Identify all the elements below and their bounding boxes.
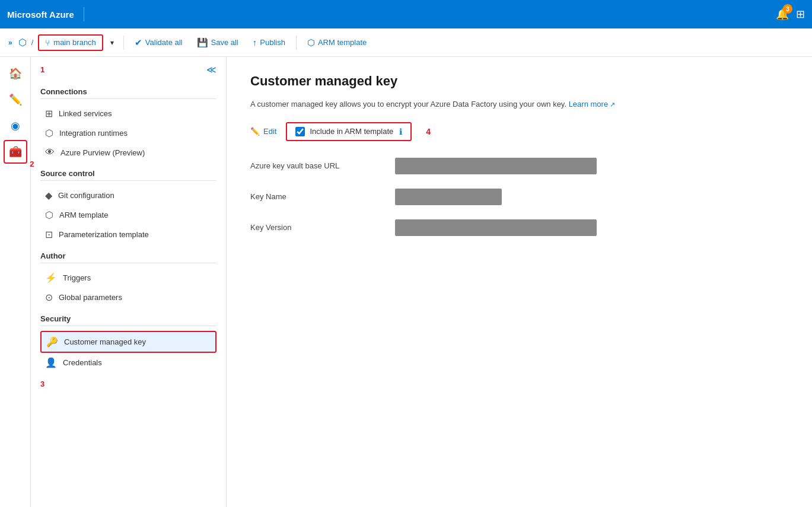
settings-grid-icon[interactable]: ⊞ bbox=[796, 8, 805, 21]
customer-managed-key-label: Customer managed key bbox=[64, 337, 146, 346]
edit-row: ✏️ Edit Include in ARM template ℹ 4 bbox=[250, 122, 788, 141]
edit-pencil-icon: ✏️ bbox=[250, 127, 260, 136]
customer-managed-key-item[interactable]: 🔑 Customer managed key bbox=[40, 331, 216, 353]
git-configuration-item[interactable]: ◆ Git configuration bbox=[40, 186, 216, 205]
connections-title: Connections bbox=[40, 87, 216, 96]
key-name-value bbox=[395, 189, 502, 205]
left-panel-number-1: 1 bbox=[40, 65, 44, 74]
nav-bar: » ⬡ / ⑂ main branch ▾ ✔ Validate all 💾 S… bbox=[0, 28, 812, 57]
app-title: Microsoft Azure bbox=[7, 9, 74, 20]
parameterization-item[interactable]: ⊡ Parameterization template bbox=[40, 225, 216, 244]
linked-services-label: Linked services bbox=[59, 109, 112, 118]
edit-label: Edit bbox=[263, 127, 276, 136]
left-panel: 1 ≪ Connections ⊞ Linked services ⬡ Inte… bbox=[31, 57, 227, 507]
breadcrumb-icon: ⬡ bbox=[18, 37, 27, 48]
author-divider bbox=[40, 263, 216, 263]
breadcrumb-separator: / bbox=[31, 38, 34, 47]
credentials-item[interactable]: 👤 Credentials bbox=[40, 353, 216, 372]
purview-icon: 👁 bbox=[45, 147, 55, 158]
left-panel-header: 1 ≪ bbox=[31, 57, 226, 82]
branch-icon: ⑂ bbox=[45, 38, 50, 47]
branch-selector[interactable]: ⑂ main branch bbox=[38, 34, 103, 51]
integration-runtimes-label: Integration runtimes bbox=[59, 129, 128, 138]
key-version-field: Key Version bbox=[250, 219, 788, 236]
triggers-label: Triggers bbox=[63, 273, 91, 282]
top-bar-actions: 🔔 3 ⊞ bbox=[776, 8, 805, 21]
git-icon: ◆ bbox=[45, 190, 52, 201]
expand-nav-button[interactable]: » bbox=[5, 36, 16, 49]
save-all-button[interactable]: 💾 Save all bbox=[191, 35, 244, 50]
parameterization-icon: ⊡ bbox=[45, 229, 53, 240]
linked-services-icon: ⊞ bbox=[45, 108, 53, 119]
key-version-value bbox=[395, 219, 597, 236]
save-icon: 💾 bbox=[197, 37, 208, 48]
annotation-label-4: 4 bbox=[426, 127, 431, 136]
nav-sep-2 bbox=[296, 36, 297, 50]
page-description: A customer managed key allows you to enc… bbox=[250, 98, 788, 110]
source-control-divider bbox=[40, 180, 216, 181]
page-title: Customer managed key bbox=[250, 74, 788, 89]
manage-icon: 🧰 bbox=[9, 145, 22, 158]
notification-icon[interactable]: 🔔 3 bbox=[776, 8, 789, 21]
sidebar-monitor-button[interactable]: ◉ bbox=[4, 114, 27, 138]
branch-dropdown-button[interactable]: ▾ bbox=[106, 36, 119, 49]
validate-all-button[interactable]: ✔ Validate all bbox=[129, 35, 189, 50]
arm-icon: ⬡ bbox=[307, 37, 315, 48]
arm-template-icon: ⬡ bbox=[45, 209, 53, 221]
parameterization-label: Parameterization template bbox=[59, 230, 149, 239]
linked-services-item[interactable]: ⊞ Linked services bbox=[40, 104, 216, 123]
source-control-title: Source control bbox=[40, 169, 216, 178]
edit-button[interactable]: ✏️ Edit bbox=[250, 127, 276, 136]
author-title: Author bbox=[40, 251, 216, 260]
save-all-label: Save all bbox=[211, 38, 238, 47]
global-params-icon: ⊙ bbox=[45, 292, 53, 303]
key-name-label: Key Name bbox=[250, 192, 381, 201]
purview-label: Azure Purview (Preview) bbox=[60, 148, 145, 157]
key-version-label: Key Version bbox=[250, 223, 381, 232]
triggers-item[interactable]: ⚡ Triggers bbox=[40, 268, 216, 288]
integration-runtimes-item[interactable]: ⬡ Integration runtimes bbox=[40, 123, 216, 143]
description-text: A customer managed key allows you to enc… bbox=[250, 100, 566, 109]
publish-button[interactable]: ↑ Publish bbox=[247, 35, 291, 50]
sidebar-home-button[interactable]: 🏠 bbox=[4, 62, 27, 85]
notification-badge: 3 bbox=[783, 4, 792, 14]
arm-template-checkbox-label: Include in ARM template bbox=[310, 127, 393, 136]
key-name-field: Key Name bbox=[250, 189, 788, 205]
key-vault-url-field: Azure key vault base URL bbox=[250, 158, 788, 174]
arm-template-checkbox[interactable] bbox=[295, 127, 305, 136]
main-content-area: Customer managed key A customer managed … bbox=[227, 57, 812, 507]
sidebar-manage-button[interactable]: 🧰 2 bbox=[4, 140, 27, 164]
purview-item[interactable]: 👁 Azure Purview (Preview) bbox=[40, 143, 216, 162]
credentials-icon: 👤 bbox=[45, 357, 57, 368]
validate-all-label: Validate all bbox=[145, 38, 183, 47]
customer-key-icon: 🔑 bbox=[46, 336, 58, 347]
triggers-icon: ⚡ bbox=[45, 272, 57, 283]
credentials-label: Credentials bbox=[63, 358, 102, 367]
publish-icon: ↑ bbox=[253, 37, 257, 47]
validate-icon: ✔ bbox=[135, 37, 142, 48]
sidebar-edit-button[interactable]: ✏️ bbox=[4, 88, 27, 111]
publish-label: Publish bbox=[260, 38, 285, 47]
git-configuration-label: Git configuration bbox=[58, 191, 114, 200]
connections-section: Connections ⊞ Linked services ⬡ Integrat… bbox=[31, 82, 226, 164]
arm-template-sidebar-label: ARM template bbox=[59, 211, 108, 219]
icon-sidebar: 🏠 ✏️ ◉ 🧰 2 bbox=[0, 57, 31, 507]
global-parameters-item[interactable]: ⊙ Global parameters bbox=[40, 288, 216, 307]
branch-name: main branch bbox=[53, 38, 96, 47]
security-divider bbox=[40, 326, 216, 326]
top-bar-divider bbox=[84, 7, 84, 21]
arm-template-button[interactable]: ⬡ ARM template bbox=[301, 35, 372, 50]
learn-more-link[interactable]: Learn more bbox=[569, 100, 616, 109]
security-section: Security 🔑 Customer managed key 👤 Creden… bbox=[31, 310, 226, 375]
source-control-section: Source control ◆ Git configuration ⬡ ARM… bbox=[31, 164, 226, 247]
collapse-panel-button[interactable]: ≪ bbox=[206, 64, 216, 75]
arm-template-label: ARM template bbox=[318, 38, 367, 47]
global-parameters-label: Global parameters bbox=[59, 293, 122, 302]
arm-template-item[interactable]: ⬡ ARM template bbox=[40, 205, 216, 225]
key-vault-url-value bbox=[395, 158, 597, 174]
arm-info-icon[interactable]: ℹ bbox=[399, 127, 402, 136]
annotation-label-3: 3 bbox=[31, 375, 226, 393]
integration-runtimes-icon: ⬡ bbox=[45, 127, 53, 139]
sidebar-number-2: 2 bbox=[30, 160, 34, 168]
arm-template-checkbox-container: Include in ARM template ℹ bbox=[286, 122, 412, 141]
